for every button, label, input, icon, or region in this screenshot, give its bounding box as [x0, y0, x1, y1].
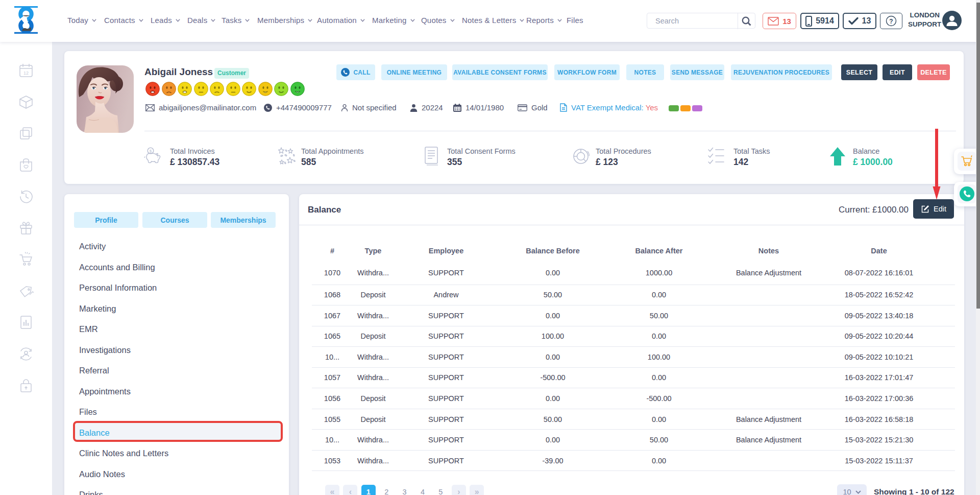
svg-text:?: ? — [889, 18, 893, 25]
svg-text:$: $ — [150, 149, 152, 153]
svg-text:12: 12 — [23, 70, 29, 76]
